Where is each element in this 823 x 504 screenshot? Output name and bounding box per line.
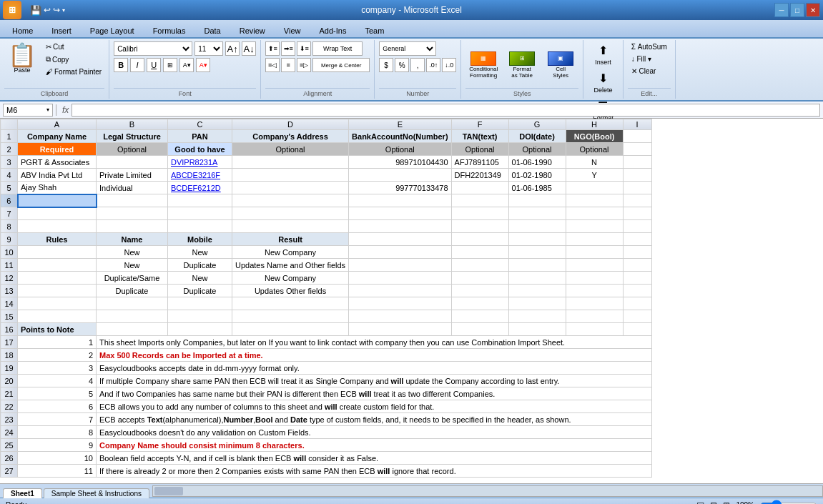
zoom-slider[interactable] <box>760 501 817 505</box>
cell-e16[interactable] <box>349 323 451 336</box>
align-middle-button[interactable]: ➡≡ <box>281 41 295 56</box>
cell-f2[interactable]: Optional <box>451 143 508 156</box>
cell-e8[interactable] <box>349 220 451 233</box>
cell-g8[interactable] <box>508 220 566 233</box>
cell-h1[interactable]: NGO(Bool) <box>566 130 623 143</box>
cell-e6[interactable] <box>349 194 451 207</box>
view-page-break-icon[interactable]: ⊞ <box>723 500 730 505</box>
cell-b1[interactable]: Legal Structure <box>97 130 168 143</box>
cell-a5[interactable]: Ajay Shah <box>18 182 97 194</box>
cell-a15[interactable] <box>18 310 97 323</box>
dropdown-arrow[interactable]: ▾ <box>62 7 65 14</box>
cell-e2[interactable]: Optional <box>349 143 451 156</box>
formula-input[interactable] <box>72 104 820 117</box>
col-header-d[interactable]: D <box>232 119 349 130</box>
cell-i13[interactable] <box>623 285 651 297</box>
cell-b25[interactable]: Company Name should consist minimum 8 ch… <box>97 439 652 452</box>
cell-c1[interactable]: PAN <box>168 130 232 143</box>
format-as-table-button[interactable]: ⊞ Format as Table <box>504 51 540 79</box>
tab-formulas[interactable]: Formulas <box>144 24 195 37</box>
tab-review[interactable]: Review <box>230 24 275 37</box>
cell-f1[interactable]: TAN(text) <box>451 130 508 143</box>
cell-g1[interactable]: DOI(date) <box>508 130 566 143</box>
cell-a4[interactable]: ABV India Pvt Ltd <box>18 169 97 182</box>
cell-a19[interactable]: 3 <box>18 362 97 375</box>
cell-g10[interactable] <box>508 246 566 259</box>
increase-decimal-button[interactable]: .0↑ <box>426 58 440 72</box>
font-name-select[interactable]: Calibri <box>114 41 192 56</box>
cell-i16[interactable] <box>623 323 651 336</box>
cell-i6[interactable] <box>623 194 651 207</box>
cell-a23[interactable]: 7 <box>18 413 97 426</box>
cell-e1[interactable]: BankAccountNo(Number) <box>349 130 451 143</box>
cell-h2[interactable]: Optional <box>566 143 623 156</box>
minimize-button[interactable]: ─ <box>774 3 789 17</box>
border-button[interactable]: ⊞ <box>163 58 177 72</box>
cell-b22[interactable]: ECB allows you to add any number of colu… <box>97 400 652 413</box>
cell-c8[interactable] <box>168 220 232 233</box>
cell-g9[interactable] <box>508 233 566 246</box>
decrease-decimal-button[interactable]: ↓.0 <box>442 58 456 72</box>
cell-i9[interactable] <box>623 233 651 246</box>
tab-page-layout[interactable]: Page Layout <box>81 24 144 37</box>
cell-b26[interactable]: Boolean field accepts Y-N, and if cell i… <box>97 452 652 465</box>
cell-ref-dropdown[interactable]: ▾ <box>46 107 49 113</box>
cell-f14[interactable] <box>451 297 508 310</box>
cell-d14[interactable] <box>232 297 349 310</box>
cell-h12[interactable] <box>566 272 623 285</box>
cell-b16[interactable] <box>97 323 168 336</box>
cell-a13[interactable] <box>18 285 97 297</box>
col-header-a[interactable]: A <box>18 119 97 130</box>
col-header-h[interactable]: H <box>566 119 623 130</box>
cell-reference-box[interactable]: M6 ▾ <box>3 104 53 117</box>
cell-b27[interactable]: If there is already 2 or more then 2 Com… <box>97 465 652 478</box>
cell-h13[interactable] <box>566 285 623 297</box>
cell-h7[interactable] <box>566 207 623 220</box>
cell-i12[interactable] <box>623 272 651 285</box>
scrollbar-thumb[interactable] <box>154 487 183 495</box>
cell-i8[interactable] <box>623 220 651 233</box>
cell-d15[interactable] <box>232 310 349 323</box>
cell-a1[interactable]: Company Name <box>18 130 97 143</box>
cell-b15[interactable] <box>97 310 168 323</box>
format-painter-button[interactable]: 🖌 Format Painter <box>43 66 104 77</box>
cell-d9[interactable]: Result <box>232 233 349 246</box>
cell-e13[interactable] <box>349 285 451 297</box>
cell-b9[interactable]: Name <box>97 233 168 246</box>
cell-f7[interactable] <box>451 207 508 220</box>
conditional-formatting-button[interactable]: ▦ Conditional Formatting <box>465 51 501 79</box>
fill-color-button[interactable]: A▾ <box>179 58 194 72</box>
cell-d16[interactable] <box>232 323 349 336</box>
cell-h15[interactable] <box>566 310 623 323</box>
cell-c4[interactable]: ABCDE3216F <box>168 169 232 182</box>
cell-i11[interactable] <box>623 259 651 272</box>
cell-a2[interactable]: Required <box>18 143 97 156</box>
cell-b6[interactable] <box>97 194 168 207</box>
cell-a22[interactable]: 6 <box>18 400 97 413</box>
redo-icon[interactable]: ↪ <box>53 5 60 15</box>
cell-g14[interactable] <box>508 297 566 310</box>
cell-e5[interactable]: 997770133478 <box>349 182 451 194</box>
col-header-b[interactable]: B <box>97 119 168 130</box>
office-button[interactable]: ⊞ <box>3 1 21 19</box>
cell-f15[interactable] <box>451 310 508 323</box>
cell-a12[interactable] <box>18 272 97 285</box>
cell-e9[interactable] <box>349 233 451 246</box>
align-top-button[interactable]: ⬆≡ <box>265 41 280 56</box>
cell-a10[interactable] <box>18 246 97 259</box>
col-header-i[interactable]: I <box>623 119 651 130</box>
tab-add-ins[interactable]: Add-Ins <box>310 24 355 37</box>
cell-a25[interactable]: 9 <box>18 439 97 452</box>
cell-f13[interactable] <box>451 285 508 297</box>
cell-b21[interactable]: And if two Companies has same name but t… <box>97 387 652 400</box>
paste-button[interactable]: 📋 Paste <box>4 41 40 76</box>
tab-view[interactable]: View <box>275 24 310 37</box>
cell-i2[interactable] <box>623 143 651 156</box>
align-bottom-button[interactable]: ⬇≡ <box>297 41 311 56</box>
cell-f10[interactable] <box>451 246 508 259</box>
cell-b4[interactable]: Private Limited <box>97 169 168 182</box>
cell-g6[interactable] <box>508 194 566 207</box>
cell-b17-span[interactable]: This sheet Imports only Companies, but l… <box>97 336 652 349</box>
cell-c6[interactable] <box>168 194 232 207</box>
cell-c5[interactable]: BCDEF6212D <box>168 182 232 194</box>
